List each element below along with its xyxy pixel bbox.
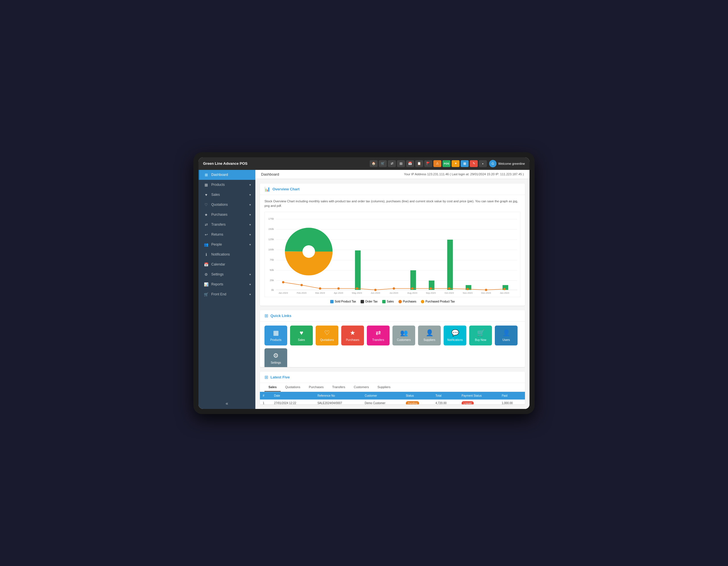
- cart-icon-btn[interactable]: 🛒: [379, 160, 387, 167]
- sidebar-item-quotations[interactable]: ♡ Quotations ▾: [198, 200, 255, 210]
- svg-point-48: [466, 288, 469, 290]
- svg-text:100k: 100k: [268, 248, 274, 251]
- top-icons: 🏠 🛒 ⇄ ▤ 📅 📋 🚩 ⚠ POS ✦ ▦ ✎ ▪: [370, 160, 487, 167]
- quick-links-icon: ⊞: [264, 313, 268, 319]
- svg-text:50k: 50k: [270, 268, 274, 271]
- sidebar-item-calendar[interactable]: 📅 Calendar: [198, 259, 255, 269]
- edit-icon-btn[interactable]: ✎: [470, 160, 478, 167]
- square-icon-btn[interactable]: ▪: [479, 160, 487, 167]
- chevron-down-icon: ▾: [249, 223, 251, 226]
- calendar-icon-btn[interactable]: 📅: [406, 160, 414, 167]
- row-paid: 1,000.00: [499, 400, 525, 404]
- sidebar-item-label: Settings: [211, 272, 247, 276]
- purchases-icon: ★: [350, 329, 355, 337]
- tab-purchases[interactable]: Purchases: [305, 383, 328, 392]
- sidebar-collapse-btn[interactable]: «: [198, 398, 255, 409]
- tab-transfers[interactable]: Transfers: [328, 383, 349, 392]
- tag-icon-btn[interactable]: ✦: [452, 160, 460, 167]
- legend-sold-product-tax[interactable]: Sold Product Tax: [330, 300, 356, 304]
- home-icon-btn[interactable]: 🏠: [370, 160, 378, 167]
- sidebar-item-reports[interactable]: 📊 Reports ▾: [198, 279, 255, 290]
- sidebar-item-returns[interactable]: ↩ Returns ▾: [198, 230, 255, 239]
- sidebar-item-dashboard[interactable]: ⊞ Dashboard: [198, 170, 255, 180]
- flag-icon-btn[interactable]: 🚩: [424, 160, 432, 167]
- quick-link-customers[interactable]: 👥 Customers: [392, 326, 415, 346]
- chevron-down-icon: ▾: [249, 293, 251, 296]
- legend-color: [382, 300, 386, 304]
- overview-chart-panel: 📊 Overview Chart Stock Overview Chart in…: [260, 183, 525, 306]
- quick-link-label: Buy Now: [475, 338, 486, 342]
- status-badge: Pending: [406, 401, 419, 404]
- sidebar-item-frontend[interactable]: 🛒 Front End ▾: [198, 290, 255, 300]
- sidebar-item-label: Quotations: [211, 202, 247, 206]
- suppliers-icon: 👤: [426, 329, 433, 337]
- quick-link-users[interactable]: 👤 Users: [495, 326, 518, 346]
- products-icon: ▦: [204, 183, 208, 187]
- users-icon: 👤: [502, 329, 510, 337]
- quick-link-products[interactable]: ▦ Products: [264, 326, 287, 346]
- svg-text:Dec-2023: Dec-2023: [481, 292, 491, 294]
- legend-purchases[interactable]: Purchases: [398, 300, 416, 304]
- tab-suppliers[interactable]: Suppliers: [373, 383, 394, 392]
- svg-rect-32: [447, 239, 453, 290]
- quick-link-sales[interactable]: ♥ Sales: [290, 326, 313, 346]
- sidebar-item-purchases[interactable]: ★ Purchases ▾: [198, 210, 255, 220]
- legend-color: [330, 300, 334, 304]
- legend-purchased-product-tax[interactable]: Purchased Product Tax: [421, 300, 455, 304]
- latest-five-icon: ⊞: [264, 375, 268, 380]
- chevron-down-icon: ▾: [249, 193, 251, 196]
- tab-sales[interactable]: Sales: [264, 383, 281, 392]
- reports-icon: 📊: [204, 282, 208, 287]
- tab-customers[interactable]: Customers: [350, 383, 373, 392]
- quick-link-label: Purchases: [346, 338, 359, 342]
- grid-icon-btn[interactable]: ▦: [461, 160, 469, 167]
- share-icon-btn[interactable]: ⇄: [388, 160, 396, 167]
- legend-sales[interactable]: Sales: [382, 300, 394, 304]
- svg-point-41: [337, 287, 340, 290]
- receipt-icon-btn[interactable]: ▤: [397, 160, 405, 167]
- transfers-icon: ⇄: [376, 329, 381, 337]
- avatar: G: [489, 160, 497, 167]
- pos-btn[interactable]: POS: [442, 160, 450, 167]
- sidebar-item-products[interactable]: ▦ Products ▾: [198, 180, 255, 190]
- quick-link-transfers[interactable]: ⇄ Transfers: [367, 326, 390, 346]
- col-reference: Reference No: [315, 392, 362, 400]
- sidebar-item-label: People: [211, 242, 247, 246]
- products-icon: ▦: [273, 329, 279, 337]
- customers-icon: 👥: [400, 329, 408, 337]
- quick-link-notifications[interactable]: 💬 Notifications: [444, 326, 466, 346]
- quick-link-label: Quotations: [320, 338, 334, 342]
- svg-text:Oct-2023: Oct-2023: [444, 292, 454, 294]
- clipboard-icon-btn[interactable]: 📋: [415, 160, 423, 167]
- row-status: Pending: [403, 400, 433, 404]
- quick-link-settings[interactable]: ⚙ Settings: [264, 348, 287, 367]
- sales-icon: ♥: [204, 193, 208, 197]
- quick-link-suppliers[interactable]: 👤 Suppliers: [418, 326, 441, 346]
- sidebar-item-notifications[interactable]: ℹ Notifications: [198, 249, 255, 259]
- sidebar-item-people[interactable]: 👥 People ▾: [198, 239, 255, 249]
- svg-text:150k: 150k: [268, 228, 274, 230]
- dashboard-icon: ⊞: [204, 173, 208, 177]
- svg-text:Jun-2023: Jun-2023: [371, 292, 380, 294]
- svg-text:Apr-2023: Apr-2023: [334, 292, 343, 294]
- content-body: 📊 Overview Chart Stock Overview Chart in…: [255, 179, 530, 409]
- alert-icon-btn[interactable]: ⚠: [433, 160, 441, 167]
- legend-order-tax[interactable]: Order Tax: [361, 300, 378, 304]
- tab-quotations[interactable]: Quotations: [281, 383, 304, 392]
- sales-icon: ♥: [299, 329, 303, 337]
- legend-label: Sales: [387, 300, 394, 303]
- svg-text:25k: 25k: [270, 278, 274, 281]
- frontend-icon: 🛒: [204, 292, 208, 297]
- quick-link-purchases[interactable]: ★ Purchases: [341, 326, 364, 346]
- table-row: 1 27/01/2024 12:22 SALE2024/04/0007 Demo…: [260, 400, 525, 404]
- quick-link-quotations[interactable]: ♡ Quotations: [316, 326, 338, 346]
- content-header: Dashboard Your IP Address 123.231.111.46…: [255, 170, 530, 179]
- quick-link-buy-now[interactable]: 🛒 Buy Now: [469, 326, 492, 346]
- svg-text:Jul-2023: Jul-2023: [390, 292, 398, 294]
- sidebar-item-settings[interactable]: ⚙ Settings ▾: [198, 269, 255, 279]
- legend-label: Purchased Product Tax: [425, 300, 455, 303]
- svg-text:Jan-2023: Jan-2023: [278, 292, 288, 294]
- sidebar-item-transfers[interactable]: ⇄ Transfers ▾: [198, 220, 255, 230]
- legend-label: Purchases: [403, 300, 416, 303]
- sidebar-item-sales[interactable]: ♥ Sales ▾: [198, 190, 255, 200]
